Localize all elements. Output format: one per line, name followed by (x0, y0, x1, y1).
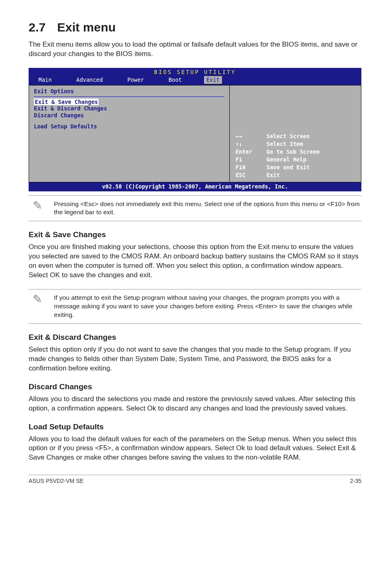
help-val: Exit (266, 172, 356, 179)
bios-tab-boot[interactable]: Boot (166, 76, 184, 84)
help-key: ←→ (235, 133, 265, 140)
help-val: General Help (266, 156, 356, 163)
bios-options-header: Exit Options (34, 88, 224, 95)
footer-left: ASUS P5VD2-VM SE (29, 478, 84, 484)
help-key: Enter (235, 148, 265, 155)
bios-option[interactable]: Load Setup Defaults (34, 123, 224, 130)
bios-menubar: Main Advanced Power Boot Exit (29, 76, 361, 85)
note-text: Pressing <Esc> does not immediately exit… (54, 200, 361, 217)
subheading-discard: Discard Changes (29, 382, 361, 391)
section-heading: 2.7Exit menu (29, 20, 361, 34)
bios-tab-advanced[interactable]: Advanced (74, 76, 105, 84)
bios-title: BIOS SETUP UTILITY (154, 69, 236, 76)
bios-footer: v02.58 (C)Copyright 1985-2007, American … (29, 182, 361, 191)
bios-option[interactable]: Discard Changes (34, 112, 224, 119)
intro-paragraph: The Exit menu items allow you to load th… (29, 40, 361, 59)
footer-right: 2-35 (350, 478, 361, 484)
section-number: 2.7 (29, 20, 46, 34)
section-title-text: Exit menu (57, 20, 116, 34)
note-block: ✎ Pressing <Esc> does not immediately ex… (29, 195, 361, 222)
subheading-exit-discard: Exit & Discard Changes (29, 333, 361, 342)
help-val: Save and Exit (266, 164, 356, 171)
bios-help-table: ←→Select Screen ↑↓Select Item EnterGo to… (234, 132, 357, 179)
bios-tab-exit[interactable]: Exit (204, 76, 222, 84)
help-key: F1 (235, 156, 265, 163)
help-val: Select Item (266, 141, 356, 148)
bios-tab-power[interactable]: Power (125, 76, 147, 84)
help-val: Select Screen (266, 133, 356, 140)
bios-left-panel: Exit Options Exit & Save Changes Exit & … (29, 85, 229, 182)
help-val: Go to Sub Screen (266, 148, 356, 155)
paragraph: Select this option only if you do not wa… (29, 345, 361, 373)
bios-option[interactable]: Exit & Save Changes (34, 99, 224, 105)
help-key: ESC (235, 172, 265, 179)
bios-option[interactable]: Exit & Discard Changes (34, 105, 224, 112)
help-key: ↑↓ (235, 141, 265, 148)
paragraph: Allows you to load the default values fo… (29, 435, 361, 463)
page-footer: ASUS P5VD2-VM SE 2-35 (29, 475, 361, 484)
paragraph: Allows you to discard the selections you… (29, 395, 361, 413)
pencil-icon: ✎ (29, 200, 46, 217)
bios-right-panel: ←→Select Screen ↑↓Select Item EnterGo to… (229, 85, 361, 182)
subheading-load-defaults: Load Setup Defaults (29, 422, 361, 431)
pencil-icon: ✎ (29, 294, 46, 319)
subheading-exit-save: Exit & Save Changes (29, 230, 361, 239)
note-block: ✎ If you attempt to exit the Setup progr… (29, 289, 361, 324)
paragraph: Once you are finished making your select… (29, 242, 361, 280)
bios-titlebar: BIOS SETUP UTILITY (29, 68, 361, 76)
bios-screenshot: BIOS SETUP UTILITY Main Advanced Power B… (29, 68, 361, 191)
help-key: F10 (235, 164, 265, 171)
bios-tab-main[interactable]: Main (36, 76, 54, 84)
note-text: If you attempt to exit the Setup program… (54, 294, 361, 319)
